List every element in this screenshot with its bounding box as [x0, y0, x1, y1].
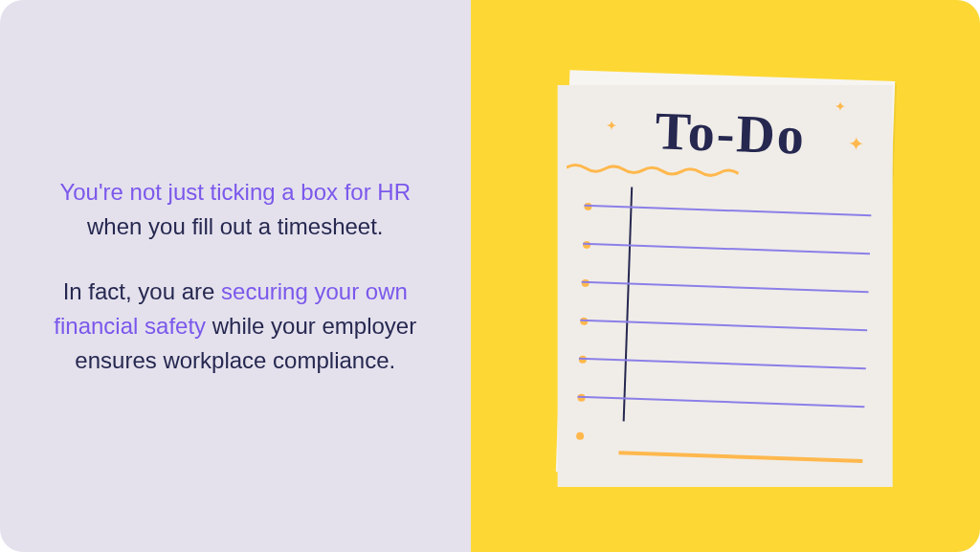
paragraph-1: You're not just ticking a box for HR whe…	[48, 175, 423, 244]
para2-start: In fact, you are	[63, 278, 221, 304]
text-panel: You're not just ticking a box for HR whe…	[0, 0, 471, 552]
slide-container: You're not just ticking a box for HR whe…	[0, 0, 980, 552]
todo-line	[581, 280, 868, 292]
todo-line	[577, 395, 864, 407]
star-decoration-icon: ✦	[606, 117, 618, 132]
todo-line	[579, 357, 866, 368]
paragraph-2: In fact, you are securing your own finan…	[48, 275, 423, 378]
para1-highlight: You're not just ticking a box for HR	[59, 179, 411, 205]
squiggle-underline-icon	[566, 162, 738, 179]
illustration-panel: ✦ ✦ ✦ To-Do	[471, 0, 980, 552]
todo-line	[584, 204, 871, 215]
todo-line	[580, 319, 867, 330]
star-decoration-icon: ✦	[847, 132, 864, 156]
star-decoration-icon: ✦	[835, 98, 847, 113]
todo-lines-area	[556, 204, 891, 483]
todo-illustration: ✦ ✦ ✦ To-Do	[556, 70, 895, 483]
todo-line	[583, 242, 870, 254]
para1-rest: when you fill out a timesheet.	[87, 213, 384, 239]
